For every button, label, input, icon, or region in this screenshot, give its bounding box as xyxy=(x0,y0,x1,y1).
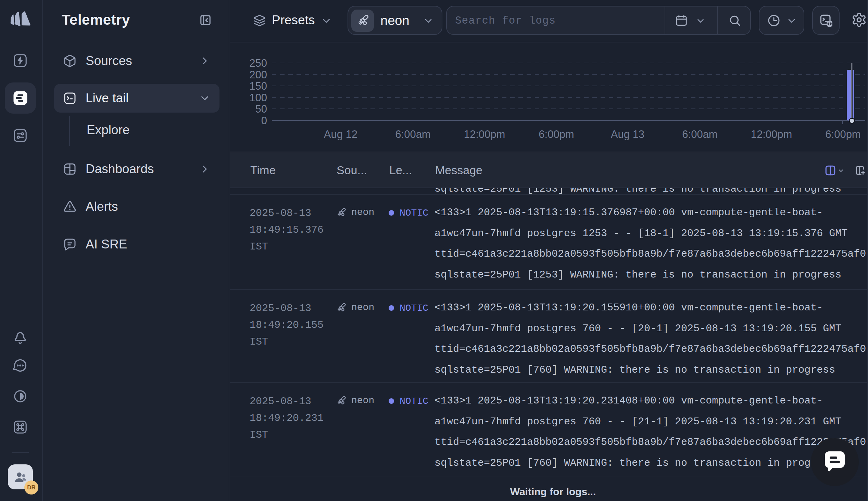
svg-text:Aug 13: Aug 13 xyxy=(611,128,644,140)
svg-text:12:00pm: 12:00pm xyxy=(464,128,505,140)
svg-text:250: 250 xyxy=(249,57,267,69)
svg-text:50: 50 xyxy=(255,103,267,115)
svg-text:150: 150 xyxy=(249,80,267,92)
svg-text:200: 200 xyxy=(249,69,267,81)
svg-text:6:00pm: 6:00pm xyxy=(825,128,860,140)
svg-text:Aug 12: Aug 12 xyxy=(324,128,358,140)
svg-text:12:00pm: 12:00pm xyxy=(751,128,792,140)
svg-text:0: 0 xyxy=(261,115,267,127)
svg-text:100: 100 xyxy=(249,92,267,104)
svg-text:6:00am: 6:00am xyxy=(395,128,431,140)
svg-text:6:00am: 6:00am xyxy=(682,128,717,140)
svg-text:6:00pm: 6:00pm xyxy=(539,128,574,140)
